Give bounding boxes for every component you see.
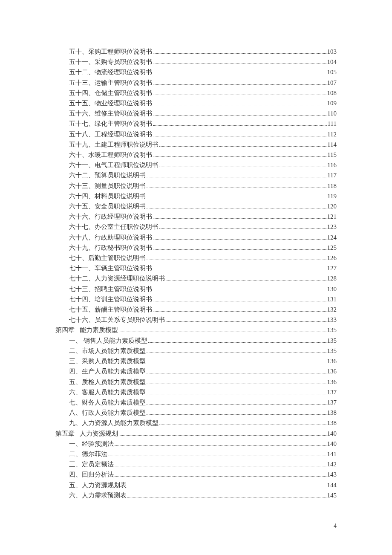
toc-entry: 四、回归分析法143 [55,469,337,480]
toc-entry-title: 六十一、电气工程师职位说明书 [69,160,159,170]
toc-leader-dots [153,115,326,116]
toc-entry-title: 五十三、运输主管职位说明书 [69,78,152,88]
toc-entry: 一、经验预测法140 [55,439,337,449]
toc-entry-page: 135 [327,325,337,335]
toc-entry-title: 一、 销售人员能力素质模型 [69,335,147,346]
toc-entry-page: 142 [327,459,337,469]
toc-entry-title: 七十六、员工关系专员职位说明书 [69,315,165,325]
toc-leader-dots [147,394,326,394]
toc-leader-dots [119,435,326,436]
toc-entry-page: 141 [327,449,337,459]
toc-leader-dots [153,64,326,64]
toc-leader-dots [153,105,326,105]
toc-entry: 第五章人力资源规划140 [55,428,337,439]
toc-entry-title: 五、质检人员能力素质模型 [69,377,146,387]
toc-leader-dots [153,311,326,312]
toc-leader-dots [153,136,326,136]
toc-entry-title: 六十二、预算员职位说明书 [69,170,146,180]
toc-entry-page: 128 [327,273,337,283]
toc-entry-title: 七、财务人员能力素质模型 [69,397,146,408]
toc-entry-page: 117 [327,170,337,180]
toc-entry: 七十一、车辆主管职位说明书127 [55,263,337,273]
toc-entry: 七、财务人员能力素质模型137 [55,397,337,408]
toc-leader-dots [115,476,326,477]
toc-entry: 七十五、薪酬主管职位说明书132 [55,304,337,315]
toc-entry-page: 125 [327,243,337,253]
toc-entry-page: 114 [327,139,337,150]
toc-leader-dots [147,260,326,260]
toc-entry-page: 138 [327,418,337,428]
toc-leader-dots [166,321,326,322]
toc-entry-title: 七十一、车辆主管职位说明书 [69,263,152,273]
toc-entry-page: 135 [327,346,337,356]
toc-leader-dots [153,270,326,270]
toc-entry-title: 五十六、维修主管职位说明书 [69,108,152,119]
toc-leader-dots [159,228,326,229]
toc-entry: 五十八、工程经理职位说明书112 [55,129,337,139]
toc-leader-dots [147,177,326,177]
toc-entry-title: 五十五、物业经理职位说明书 [69,98,152,108]
toc-leader-dots [147,188,326,188]
toc-entry: 六十五、安全员职位说明书120 [55,201,337,211]
toc-entry: 二、德尔菲法141 [55,449,337,459]
toc-entry: 六十七、办公室主任职位说明书123 [55,222,337,232]
toc-entry-title: 五十八、工程经理职位说明书 [69,129,152,139]
toc-entry-page: 144 [327,480,337,490]
toc-leader-dots [159,425,326,425]
toc-entry-page: 108 [327,88,337,98]
toc-leader-dots [147,363,326,363]
toc-entry: 七十三、招聘主管职位说明书130 [55,284,337,294]
toc-leader-dots [147,208,326,208]
toc-entry: 一、 销售人员能力素质模型135 [55,335,337,346]
toc-entry-title: 二、市场人员能力素质模型 [69,346,146,356]
toc-entry-title: 七十、后勤主管职位说明书 [69,253,146,263]
toc-entry-page: 112 [327,129,337,139]
toc-chapter-label: 第四章 [55,325,75,335]
toc-entry: 六十四、材料员职位说明书119 [55,191,337,201]
toc-entry: 六十、水暖工程师职位说明书115 [55,150,337,160]
toc-entry-title: 六十九、行政秘书职位说明书 [69,243,152,253]
toc-entry: 六十九、行政秘书职位说明书125 [55,243,337,253]
toc-entry: 六十二、预算员职位说明书117 [55,170,337,180]
toc-leader-dots [153,84,326,85]
toc-leader-dots [159,146,326,147]
table-of-contents: 五十、采购工程师职位说明书103五十一、采购专员职位说明书104五十二、物流经理… [55,46,337,500]
toc-leader-dots [153,156,326,157]
toc-entry-page: 115 [327,150,337,160]
toc-entry-page: 136 [327,356,337,366]
toc-entry: 五、人力资源规划表144 [55,480,337,490]
toc-leader-dots [153,53,326,54]
toc-leader-dots [127,497,326,497]
toc-entry: 五十九、土建工程师职位说明书114 [55,139,337,150]
toc-leader-dots [147,198,326,198]
toc-leader-dots [147,353,326,353]
toc-entry: 五十、采购工程师职位说明书103 [55,46,337,57]
toc-leader-dots [159,167,326,167]
page-content: 五十、采购工程师职位说明书103五十一、采购专员职位说明书104五十二、物流经理… [0,0,392,517]
toc-entry: 六十三、测量员职位说明书118 [55,181,337,191]
toc-entry: 六、客服人员能力素质模型137 [55,387,337,397]
toc-entry: 六十六、行政经理职位说明书121 [55,211,337,222]
toc-entry: 五、质检人员能力素质模型136 [55,377,337,387]
toc-leader-dots [153,218,326,219]
toc-entry: 三、采购人员能力素质模型136 [55,356,337,366]
toc-entry: 五十六、维修主管职位说明书110 [55,108,337,119]
toc-entry: 四、生产人员能力素质模型136 [55,366,337,376]
toc-entry: 六、人力需求预测表145 [55,490,337,500]
toc-entry: 九、人力资源人员能力素质模型138 [55,418,337,428]
toc-entry: 七十二、人力资源经理职位说明书128 [55,273,337,283]
header-rule [55,30,337,30]
toc-entry-page: 120 [327,201,337,211]
toc-entry-title: 四、回归分析法 [69,469,114,480]
toc-entry-title: 五十、采购工程师职位说明书 [69,46,152,57]
toc-entry-page: 123 [327,222,337,232]
toc-entry: 三、定员定额法142 [55,459,337,469]
toc-entry-page: 136 [327,366,337,376]
toc-entry-title: 三、定员定额法 [69,459,114,469]
toc-entry: 五十三、运输主管职位说明书107 [55,78,337,88]
toc-entry: 七十六、员工关系专员职位说明书133 [55,315,337,325]
toc-leader-dots [147,404,326,405]
toc-entry-title: 六十、水暖工程师职位说明书 [69,150,152,160]
toc-entry-title: 五十一、采购专员职位说明书 [69,57,152,67]
toc-entry-page: 131 [327,294,337,304]
